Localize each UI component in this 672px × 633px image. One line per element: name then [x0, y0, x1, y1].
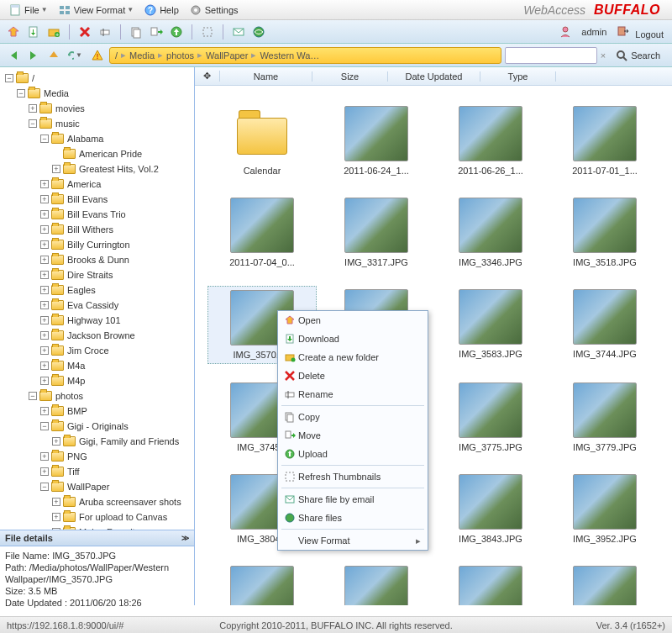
- image-item[interactable]: IMG_3775.JPG: [436, 379, 545, 456]
- ctx-refresh-thumbs[interactable]: Refresh Thumbnails: [278, 467, 428, 486]
- tree-node[interactable]: +PNG: [39, 449, 192, 464]
- upload-button[interactable]: [168, 24, 185, 40]
- col-size[interactable]: Size: [312, 71, 388, 82]
- up-button[interactable]: [45, 47, 62, 64]
- col-icon[interactable]: ✥: [195, 71, 220, 82]
- back-button[interactable]: [5, 47, 22, 64]
- tree-node[interactable]: +For upload to Canvas: [50, 509, 192, 525]
- ctx-copy[interactable]: Copy: [278, 408, 428, 426]
- move-button[interactable]: [148, 24, 165, 40]
- menu-file[interactable]: File▼: [3, 2, 53, 18]
- new-folder-button[interactable]: +: [45, 24, 62, 40]
- tree-node[interactable]: +Aruba screensaver shots: [50, 494, 192, 509]
- breadcrumb[interactable]: /▸ Media▸ photos▸ WallPaper▸ Western Wa…: [109, 47, 501, 64]
- clear-search-icon[interactable]: ×: [601, 50, 606, 61]
- tree-node[interactable]: +Brooks & Dunn: [39, 252, 192, 267]
- tree-node[interactable]: +Eagles: [39, 282, 192, 298]
- ctx-download[interactable]: Download: [278, 330, 428, 348]
- rename-button[interactable]: [97, 24, 113, 40]
- refresh-button[interactable]: ▼: [66, 47, 82, 64]
- image-item[interactable]: IMG_3744.JPG: [550, 286, 659, 364]
- ctx-share[interactable]: Share files: [278, 509, 428, 527]
- tree-node[interactable]: +movies: [27, 101, 192, 116]
- image-item[interactable]: IMG_3952.JPG: [550, 471, 659, 547]
- tree-node[interactable]: −WallPaper: [39, 479, 192, 494]
- open-button[interactable]: [5, 24, 22, 40]
- tree-node[interactable]: −music: [27, 116, 192, 131]
- tree-node[interactable]: −photos: [27, 388, 192, 404]
- ctx-rename[interactable]: Rename: [278, 385, 428, 404]
- column-header[interactable]: ✥ Name Size Date Updated Type: [195, 67, 672, 86]
- image-item[interactable]: 2011-06-24_1...: [322, 103, 431, 179]
- tree-node[interactable]: +M4a: [39, 358, 192, 373]
- image-item[interactable]: 2011-06-26_1...: [436, 103, 545, 179]
- ctx-delete[interactable]: Delete: [278, 367, 428, 385]
- image-item[interactable]: IMG_3779.JPG: [550, 379, 659, 456]
- menu-view-format[interactable]: View Format▼: [53, 2, 139, 18]
- logout-button[interactable]: Logout: [613, 23, 667, 41]
- tree-node[interactable]: +Tiff: [39, 464, 192, 479]
- col-name[interactable]: Name: [220, 71, 312, 82]
- ctx-new-folder[interactable]: Create a new folder: [278, 348, 428, 367]
- ctx-move[interactable]: Move: [278, 426, 428, 445]
- image-item[interactable]: IMG_3518.JPG: [550, 194, 659, 271]
- share-email-button[interactable]: [230, 24, 247, 40]
- forward-button[interactable]: [25, 47, 42, 64]
- details-header[interactable]: File details ≫: [0, 530, 194, 546]
- tree-node[interactable]: +Jackson Browne: [39, 328, 192, 343]
- col-type[interactable]: Type: [480, 71, 556, 82]
- image-item[interactable]: 2011-07-01_1...: [550, 103, 659, 179]
- tree-node[interactable]: +Greatest Hits, Vol.2: [50, 161, 192, 177]
- tree-node[interactable]: −Alabama: [39, 131, 192, 146]
- col-date[interactable]: Date Updated: [388, 71, 480, 82]
- ctx-upload[interactable]: Upload: [278, 445, 428, 463]
- ctx-share-email[interactable]: Share file by email: [278, 490, 428, 509]
- copy-button[interactable]: [128, 24, 144, 40]
- tree-node[interactable]: −Media: [15, 86, 192, 101]
- image-item[interactable]: IMG_3317.JPG: [322, 194, 431, 271]
- tree-node[interactable]: +Dire Straits: [39, 267, 192, 282]
- breadcrumb-item[interactable]: Western Wa…: [260, 50, 319, 61]
- tree-node[interactable]: +Highway 101: [39, 313, 192, 328]
- tree-node[interactable]: American Pride: [50, 146, 192, 161]
- breadcrumb-item[interactable]: Media: [129, 50, 155, 61]
- folder-tree[interactable]: −/−Media+movies−music−AlabamaAmerican Pr…: [0, 67, 194, 530]
- image-item[interactable]: 2011-07-04_0...: [207, 194, 317, 271]
- search-input[interactable]: [505, 47, 597, 64]
- tree-node[interactable]: +M4p: [39, 373, 192, 388]
- image-item[interactable]: [436, 562, 545, 605]
- tree-node[interactable]: +Jim Croce: [39, 343, 192, 358]
- delete-button[interactable]: [76, 24, 93, 40]
- ctx-view-format[interactable]: View Format▸: [278, 531, 428, 550]
- tree-node[interactable]: +Eva Cassidy: [39, 298, 192, 313]
- alert-icon[interactable]: !: [89, 47, 106, 64]
- tree-node[interactable]: +Billy Currington: [39, 237, 192, 252]
- tree-node[interactable]: +Bill Evans: [39, 192, 192, 207]
- image-item[interactable]: IMG_3346.JPG: [436, 194, 545, 271]
- tree-node[interactable]: +Bill Evans Trio: [39, 207, 192, 222]
- download-button[interactable]: [25, 24, 42, 40]
- image-item[interactable]: IMG_3583.JPG: [436, 286, 545, 364]
- thumbnail-view[interactable]: Calendar2011-06-24_1...2011-06-26_1...20…: [195, 86, 672, 605]
- tree-node[interactable]: +Bill Withers: [39, 222, 192, 237]
- breadcrumb-item[interactable]: WallPaper: [206, 50, 248, 61]
- tree-node[interactable]: +Gigi, Family and Friends: [50, 434, 192, 449]
- breadcrumb-item[interactable]: photos: [166, 50, 194, 61]
- image-item[interactable]: [207, 562, 317, 605]
- image-item[interactable]: [550, 562, 659, 605]
- ctx-open[interactable]: Open: [278, 311, 428, 330]
- image-item[interactable]: IMG_3843.JPG: [436, 471, 545, 547]
- tree-root[interactable]: −/: [3, 71, 192, 86]
- folder-item[interactable]: Calendar: [207, 103, 317, 179]
- tree-node[interactable]: −Gigi - Originals: [39, 419, 192, 434]
- tree-node[interactable]: +America: [39, 177, 192, 192]
- refresh-thumbs-button[interactable]: [199, 24, 216, 40]
- menu-settings[interactable]: Settings: [184, 2, 244, 18]
- share-button[interactable]: [250, 24, 267, 40]
- tree-node[interactable]: +BMP: [39, 404, 192, 419]
- image-item[interactable]: [322, 562, 431, 605]
- collapse-icon[interactable]: ≫: [181, 534, 189, 542]
- breadcrumb-root[interactable]: /: [115, 50, 118, 61]
- search-button[interactable]: Search: [609, 48, 667, 63]
- menu-help[interactable]: ? Help: [139, 2, 184, 18]
